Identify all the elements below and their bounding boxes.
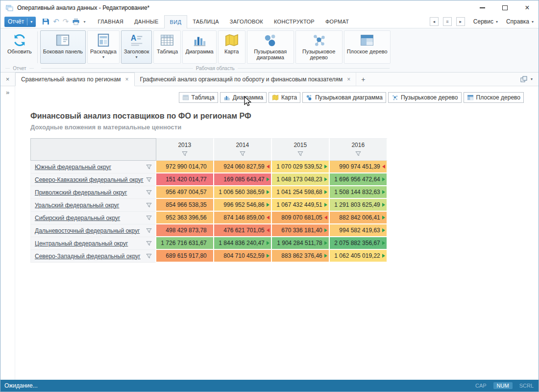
ribbon-tab-3[interactable]: ТАБЛИЦА — [187, 15, 224, 28]
doc-tab-0[interactable]: Сравнительный анализ по регионам× — [15, 73, 135, 86]
save-icon[interactable] — [42, 18, 49, 25]
ribbon-button-bubble-tree[interactable]: Пузырьковое дерево — [295, 30, 343, 64]
filter-icon[interactable] — [146, 215, 152, 220]
data-cell[interactable]: 1 062 405 019,22 — [330, 250, 388, 263]
row-label[interactable]: Северо-Западный федеральный округ — [35, 253, 141, 260]
data-cell[interactable]: 956 497 004,57 — [156, 186, 214, 199]
view-button-map[interactable]: Карта — [269, 92, 300, 103]
close-tab-icon[interactable]: × — [125, 76, 129, 83]
row-label[interactable]: Южный федеральный округ — [35, 164, 111, 171]
row-label[interactable]: Дальневосточный федеральный округ — [35, 227, 140, 234]
view-button-bubble-chart[interactable]: Пузырьковая диаграмма — [302, 92, 386, 103]
row-label[interactable]: Приволжский федеральный округ — [35, 189, 127, 196]
ribbon-tab-0[interactable]: ГЛАВНАЯ — [92, 15, 129, 28]
data-cell[interactable]: 1 844 836 240,47 — [214, 237, 272, 250]
data-cell[interactable]: 882 842 006,41 — [330, 212, 388, 224]
data-cell[interactable]: 1 041 254 598,68 — [272, 186, 330, 199]
data-cell[interactable]: 498 429 873,78 — [156, 224, 214, 237]
undo-icon[interactable]: ↶ — [53, 17, 59, 26]
print-dropdown-icon[interactable]: ▾ — [83, 20, 85, 24]
data-cell[interactable]: 1 696 956 472,64 — [330, 173, 388, 186]
data-cell[interactable]: 952 363 396,56 — [156, 212, 214, 224]
ribbon-button-table[interactable]: Таблица — [153, 30, 181, 64]
ribbon-button-flat-tree[interactable]: Плоское дерево — [344, 30, 391, 64]
data-cell[interactable]: 996 952 546,86 — [214, 199, 272, 212]
data-cell[interactable]: 2 075 882 356,67 — [330, 237, 388, 250]
view-button-chart[interactable]: Диаграмма — [220, 92, 267, 103]
row-label[interactable]: Северо-Кавказский федеральный округ — [35, 176, 144, 183]
data-cell[interactable]: 689 615 917,80 — [156, 250, 214, 263]
row-header-cell[interactable]: Южный федеральный округ — [30, 161, 156, 173]
close-tab-icon[interactable]: × — [347, 76, 350, 83]
ribbon-tab-2[interactable]: ВИД — [164, 15, 188, 28]
ribbon-button-side-panel[interactable]: Боковая панель — [40, 30, 86, 64]
filter-icon[interactable] — [355, 151, 361, 156]
filter-icon[interactable] — [146, 228, 152, 233]
row-header-cell[interactable]: Дальневосточный федеральный округ — [30, 224, 156, 237]
data-cell[interactable]: 151 420 014,77 — [156, 173, 214, 186]
ribbon-button-refresh[interactable]: Обновить — [4, 30, 35, 64]
data-cell[interactable]: 883 862 376,46 — [272, 250, 330, 263]
ribbon-button-chart[interactable]: Диаграмма — [182, 30, 216, 64]
print-icon[interactable] — [72, 18, 80, 25]
tab-list-button[interactable]: ≡ — [443, 17, 452, 26]
filter-icon[interactable] — [146, 253, 152, 259]
report-menu-button[interactable]: Отчёт ▾ — [4, 17, 36, 27]
row-header-cell[interactable]: Сибирский федеральный округ — [30, 212, 156, 224]
windows-icon[interactable] — [520, 76, 527, 83]
column-header-2013[interactable]: 2013 — [156, 138, 214, 161]
data-cell[interactable]: 1 904 284 511,78 — [272, 237, 330, 250]
data-cell[interactable]: 670 336 181,40 — [272, 224, 330, 237]
column-header-2015[interactable]: 2015 — [272, 138, 330, 161]
filter-icon[interactable] — [146, 164, 152, 170]
view-button-bubble-tree[interactable]: Пузырьковое дерево — [388, 92, 462, 103]
data-cell[interactable]: 874 146 859,00 — [214, 212, 272, 224]
service-menu[interactable]: Сервис ▾ — [473, 18, 498, 25]
nav-right-button[interactable]: ▸ — [456, 17, 465, 26]
ribbon-button-bubble-chart[interactable]: Пузырьковая диаграмма — [247, 30, 294, 64]
filter-icon[interactable] — [182, 151, 188, 156]
data-cell[interactable]: 1 726 716 631,67 — [156, 237, 214, 250]
collapsed-sidebar[interactable]: » — [0, 86, 15, 380]
minimize-button[interactable] — [471, 0, 493, 15]
ribbon-tab-4[interactable]: ЗАГОЛОВОК — [224, 15, 269, 28]
row-header-cell[interactable]: Северо-Западный федеральный округ — [30, 250, 156, 263]
data-cell[interactable]: 1 048 173 048,23 — [272, 173, 330, 186]
row-label[interactable]: Сибирский федеральный округ — [35, 215, 120, 221]
filter-icon[interactable] — [240, 151, 245, 156]
row-header-cell[interactable]: Центральный федеральный округ — [30, 237, 156, 250]
maximize-button[interactable] — [493, 0, 516, 15]
data-cell[interactable]: 854 966 538,35 — [156, 199, 214, 212]
data-cell[interactable]: 476 621 701,05 — [214, 224, 272, 237]
data-cell[interactable]: 804 710 452,59 — [214, 250, 272, 263]
data-cell[interactable]: 1 508 144 832,63 — [330, 186, 388, 199]
filter-icon[interactable] — [146, 241, 152, 246]
filter-icon[interactable] — [297, 151, 303, 156]
close-button[interactable]: × — [516, 0, 539, 15]
close-panel-icon[interactable]: × — [0, 73, 15, 86]
data-cell[interactable]: 972 990 014,70 — [156, 161, 214, 173]
ribbon-button-map[interactable]: Карта — [218, 30, 245, 64]
view-button-flat-tree[interactable]: Плоское дерево — [464, 92, 524, 103]
filter-icon[interactable] — [146, 177, 152, 182]
tab-options-dropdown-icon[interactable]: ▾ — [531, 77, 533, 81]
table-corner-cell[interactable] — [30, 138, 156, 161]
ribbon-tab-6[interactable]: ФОРМАТ — [320, 15, 354, 28]
row-label[interactable]: Центральный федеральный округ — [35, 240, 128, 247]
row-header-cell[interactable]: Приволжский федеральный округ — [30, 186, 156, 199]
data-cell[interactable]: 1 291 803 625,49 — [330, 199, 388, 212]
row-header-cell[interactable]: Уральский федеральный округ — [30, 199, 156, 212]
nav-left-button[interactable]: ◂ — [430, 17, 439, 26]
ribbon-tab-1[interactable]: ДАННЫЕ — [129, 15, 164, 28]
ribbon-button-layout[interactable]: Раскладка▾ — [87, 30, 120, 64]
data-cell[interactable]: 994 582 419,63 — [330, 224, 388, 237]
doc-tab-1[interactable]: Графический анализ организаций по оборот… — [135, 73, 357, 86]
ribbon-tab-5[interactable]: КОНСТРУКТОР — [269, 15, 320, 28]
data-cell[interactable]: 809 070 681,05 — [272, 212, 330, 224]
view-button-table[interactable]: Таблица — [179, 92, 218, 103]
help-menu[interactable]: Справка ▾ — [506, 18, 534, 25]
add-tab-button[interactable]: + — [356, 73, 370, 86]
redo-icon[interactable]: ↷ — [63, 17, 69, 26]
data-cell[interactable]: 1 070 029 539,52 — [272, 161, 330, 173]
filter-icon[interactable] — [146, 202, 152, 208]
